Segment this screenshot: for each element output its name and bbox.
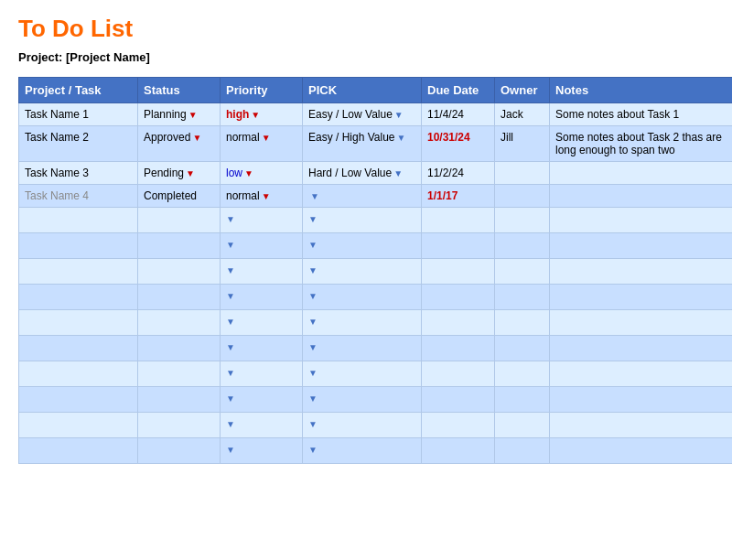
priority-cell: low ▼ <box>221 162 303 185</box>
priority-cell: normal ▼ <box>221 126 303 162</box>
empty-pick-arrow[interactable]: ▼ <box>308 291 318 301</box>
empty-owner-cell <box>495 361 550 387</box>
empty-pick-arrow[interactable]: ▼ <box>308 445 318 455</box>
header-priority: Priority <box>221 78 303 103</box>
empty-status-cell <box>138 285 221 310</box>
due-date-value: 11/2/24 <box>427 167 464 179</box>
table-row: Task Name 3Pending ▼low ▼Hard / Low Valu… <box>19 162 733 185</box>
due-date-value: 10/31/24 <box>427 131 470 144</box>
page-title: To Do List <box>18 15 714 43</box>
empty-pick-cell: ▼ <box>303 438 422 464</box>
status-value: Approved <box>144 131 190 144</box>
empty-pick-arrow[interactable]: ▼ <box>308 419 318 429</box>
empty-due-date-cell <box>422 361 495 387</box>
empty-pick-arrow[interactable]: ▼ <box>308 342 318 352</box>
empty-due-date-cell <box>422 208 495 233</box>
task-name: Task Name 1 <box>25 108 89 121</box>
empty-notes-cell <box>550 336 733 361</box>
pick-dropdown-arrow[interactable]: ▼ <box>394 110 404 120</box>
status-cell: Planning ▼ <box>138 103 221 126</box>
empty-priority-arrow[interactable]: ▼ <box>226 291 235 301</box>
owner-cell: Jill <box>495 126 550 162</box>
empty-pick-arrow[interactable]: ▼ <box>308 265 318 275</box>
empty-priority-cell: ▼ <box>221 438 303 464</box>
empty-owner-cell <box>495 285 550 310</box>
empty-due-date-cell <box>422 413 495 438</box>
priority-dropdown-arrow[interactable]: ▼ <box>251 110 260 120</box>
empty-due-date-cell <box>422 285 495 310</box>
empty-priority-cell: ▼ <box>221 310 303 336</box>
empty-status-cell <box>138 233 221 259</box>
status-value: Pending <box>144 167 184 179</box>
priority-dropdown-arrow[interactable]: ▼ <box>262 191 271 201</box>
empty-task-cell <box>19 361 138 387</box>
owner-value: Jack <box>501 108 523 121</box>
empty-priority-cell: ▼ <box>221 361 303 387</box>
pick-dropdown-arrow[interactable]: ▼ <box>393 168 403 178</box>
pick-value: Hard / Low Value <box>308 167 392 179</box>
empty-owner-cell <box>495 387 550 413</box>
table-header-row: Project / Task Status Priority PICK Due … <box>19 78 733 103</box>
header-project-task: Project / Task <box>19 78 138 103</box>
task-name: Task Name 4 <box>25 189 89 202</box>
empty-pick-arrow[interactable]: ▼ <box>308 368 318 378</box>
empty-priority-arrow[interactable]: ▼ <box>226 214 235 224</box>
empty-priority-arrow[interactable]: ▼ <box>226 240 235 250</box>
empty-table-row: ▼▼ <box>19 259 733 285</box>
empty-priority-arrow[interactable]: ▼ <box>226 342 235 352</box>
task-name-cell: Task Name 2 <box>19 126 138 162</box>
status-cell: Completed <box>138 185 221 208</box>
header-owner: Owner <box>495 78 550 103</box>
empty-priority-cell: ▼ <box>221 285 303 310</box>
empty-notes-cell <box>550 438 733 464</box>
empty-pick-arrow[interactable]: ▼ <box>308 317 318 327</box>
priority-cell: normal ▼ <box>221 185 303 208</box>
empty-pick-cell: ▼ <box>303 387 422 413</box>
empty-due-date-cell <box>422 310 495 336</box>
empty-status-cell <box>138 387 221 413</box>
priority-dropdown-arrow[interactable]: ▼ <box>244 168 253 178</box>
due-date-value: 11/4/24 <box>427 108 464 121</box>
empty-pick-arrow[interactable]: ▼ <box>308 393 318 404</box>
pick-dropdown-arrow[interactable]: ▼ <box>397 133 406 143</box>
empty-pick-cell: ▼ <box>303 233 422 259</box>
task-name: Task Name 2 <box>25 131 89 144</box>
status-cell: Approved ▼ <box>138 126 221 162</box>
empty-due-date-cell <box>422 438 495 464</box>
empty-priority-arrow[interactable]: ▼ <box>226 445 235 455</box>
todo-table: Project / Task Status Priority PICK Due … <box>18 77 732 464</box>
priority-value: normal <box>226 189 260 202</box>
empty-status-cell <box>138 208 221 233</box>
empty-task-cell <box>19 413 138 438</box>
empty-pick-arrow[interactable]: ▼ <box>308 240 318 250</box>
empty-table-row: ▼▼ <box>19 361 733 387</box>
empty-table-row: ▼▼ <box>19 310 733 336</box>
empty-table-row: ▼▼ <box>19 233 733 259</box>
status-dropdown-arrow[interactable]: ▼ <box>188 110 198 120</box>
empty-task-cell <box>19 387 138 413</box>
empty-notes-cell <box>550 259 733 285</box>
status-dropdown-arrow[interactable]: ▼ <box>186 168 195 178</box>
empty-table-row: ▼▼ <box>19 413 733 438</box>
status-cell: Pending ▼ <box>138 162 221 185</box>
status-value: Planning <box>144 108 187 121</box>
status-dropdown-arrow[interactable]: ▼ <box>192 133 201 143</box>
empty-task-cell <box>19 208 138 233</box>
empty-owner-cell <box>495 208 550 233</box>
empty-priority-arrow[interactable]: ▼ <box>226 317 235 327</box>
owner-cell: Jack <box>495 103 550 126</box>
task-name: Task Name 3 <box>25 167 89 179</box>
priority-dropdown-arrow[interactable]: ▼ <box>262 133 271 143</box>
empty-priority-arrow[interactable]: ▼ <box>226 265 235 275</box>
pick-value: Easy / High Value <box>308 131 395 144</box>
empty-priority-cell: ▼ <box>221 336 303 361</box>
empty-pick-arrow[interactable]: ▼ <box>308 214 318 224</box>
header-pick: PICK <box>303 78 422 103</box>
empty-status-cell <box>138 259 221 285</box>
empty-priority-arrow[interactable]: ▼ <box>226 368 235 378</box>
pick-dropdown-arrow[interactable]: ▼ <box>310 191 319 201</box>
empty-priority-arrow[interactable]: ▼ <box>226 419 235 429</box>
empty-owner-cell <box>495 438 550 464</box>
empty-priority-arrow[interactable]: ▼ <box>226 393 235 404</box>
header-status: Status <box>138 78 221 103</box>
